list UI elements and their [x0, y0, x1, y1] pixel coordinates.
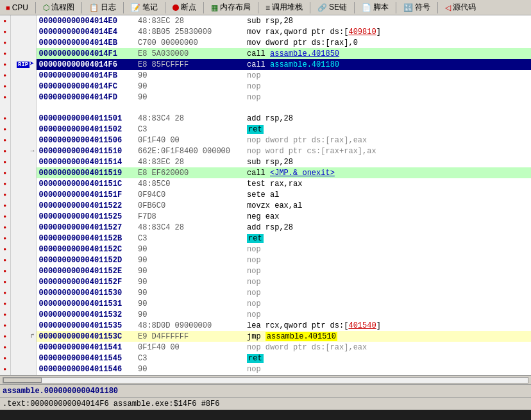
- row-indicator: ●: [0, 59, 10, 70]
- table-row[interactable]: ●00000000000401152D90nop: [0, 255, 531, 265]
- row-indicator: ●: [0, 200, 10, 211]
- toolbar-memory[interactable]: ▦ 内存布局: [206, 1, 255, 14]
- table-row[interactable]: ●0000000000040115410F1F40 00nop dword pt…: [0, 342, 531, 353]
- memory-icon: ▦: [211, 3, 218, 12]
- table-row[interactable]: ●0000000000040115060F1F40 00nop dword pt…: [0, 135, 531, 146]
- row-bytes: 90: [135, 81, 244, 92]
- table-row[interactable]: [0, 103, 531, 113]
- table-row[interactable]: ●RIP➤000000000004014F6E8 85FCFFFFcall as…: [0, 59, 531, 70]
- hscroll-track[interactable]: [3, 377, 528, 383]
- row-indicator: ●: [0, 92, 10, 103]
- table-row[interactable]: ●000000000004014E448:8B05 25830000mov ra…: [0, 26, 531, 37]
- table-row[interactable]: ●000000000004011519E8 EF620000call <JMP.…: [0, 167, 531, 178]
- table-row[interactable]: ●000000000004014FD90nop: [0, 92, 531, 103]
- table-row[interactable]: ●00000000000401151448:83EC 28sub rsp,28: [0, 156, 531, 167]
- row-arrow: [10, 211, 36, 222]
- toolbar-se-label: SE链: [329, 2, 347, 13]
- table-row[interactable]: ●00000000000401152F90nop: [0, 276, 531, 287]
- table-row[interactable]: ●↱00000000000401153CE9 D4FFFFFFjmp assam…: [0, 331, 531, 342]
- table-row[interactable]: ●000000000004014EBC700 00000000mov dword…: [0, 37, 531, 48]
- table-row[interactable]: ●000000000004014F1E8 5A030000call assamb…: [0, 48, 531, 59]
- table-row[interactable]: ●00000000000401153290nop: [0, 309, 531, 320]
- row-bytes: 48:83EC 28: [135, 15, 244, 26]
- toolbar-breakpoint[interactable]: 断点: [168, 1, 201, 14]
- row-instruction: ret: [244, 353, 531, 364]
- row-instruction: sub rsp,28: [244, 156, 531, 167]
- log-icon: 📋: [89, 3, 99, 12]
- row-instruction: call <JMP.&_onexit>: [244, 167, 531, 178]
- table-row[interactable]: ●0000000000040115220FB6C0movzx eax,al: [0, 200, 531, 211]
- row-instruction: nop: [244, 298, 531, 309]
- row-bytes: [135, 103, 244, 113]
- row-indicator: ●: [0, 309, 10, 320]
- row-arrow: [10, 103, 36, 113]
- row-instruction: ret: [244, 124, 531, 135]
- script-icon: 📄: [362, 3, 371, 12]
- row-bytes: E8 85FCFFFF: [135, 59, 244, 70]
- horizontal-scrollbar[interactable]: [0, 375, 531, 384]
- toolbar-se[interactable]: 🔗 SE链: [313, 1, 351, 14]
- row-address: 000000000004014F6: [36, 59, 135, 70]
- table-row[interactable]: ●000000000004011502C3ret: [0, 124, 531, 135]
- table-row[interactable]: ●00000000000401154790nop: [0, 374, 531, 375]
- hscroll-thumb[interactable]: [3, 378, 42, 383]
- row-indicator: ●: [0, 124, 10, 135]
- table-row[interactable]: ●00000000000401150148:83C4 28add rsp,28: [0, 113, 531, 124]
- separator-2: [81, 2, 82, 13]
- toolbar-source[interactable]: ◁ 源代码: [441, 1, 480, 14]
- row-bytes: 48:8D0D 09000000: [135, 320, 244, 331]
- table-row[interactable]: ●00000000000401152E90nop: [0, 265, 531, 276]
- symbol-icon: 🔣: [403, 3, 413, 12]
- row-arrow: [10, 287, 36, 298]
- table-row[interactable]: ●000000000004011545C3ret: [0, 353, 531, 364]
- row-instruction: neg eax: [244, 211, 531, 222]
- row-address: 000000000004011525: [36, 211, 135, 222]
- table-row[interactable]: ●00000000000401154690nop: [0, 364, 531, 374]
- toolbar-cpu[interactable]: ■ CPU: [1, 1, 33, 14]
- row-bytes: C3: [135, 233, 244, 244]
- table-row[interactable]: ●00000000000401153090nop: [0, 287, 531, 298]
- table-row[interactable]: ●00000000000401151C48:85C0test rax,rax: [0, 178, 531, 189]
- table-row[interactable]: ●000000000004014E048:83EC 28sub rsp,28: [0, 15, 531, 26]
- disasm-container[interactable]: ●000000000004014E048:83EC 28sub rsp,28●0…: [0, 15, 531, 375]
- table-row[interactable]: ●00000000000401152BC3ret: [0, 233, 531, 244]
- row-bytes: 48:83C4 28: [135, 113, 244, 124]
- table-row[interactable]: ●→000000000004011510662E:0F1F8400 000000…: [0, 146, 531, 156]
- status-line1: assamble.0000000000401180: [3, 387, 118, 396]
- table-row[interactable]: ●00000000000401151F0F94C0sete al: [0, 189, 531, 200]
- row-indicator: ●: [0, 211, 10, 222]
- row-indicator: ●: [0, 276, 10, 287]
- row-address: 000000000004014FD: [36, 92, 135, 103]
- table-row[interactable]: ●00000000000401153548:8D0D 09000000lea r…: [0, 320, 531, 331]
- toolbar-script[interactable]: 📄 脚本: [357, 1, 393, 14]
- status-bar-1: assamble.0000000000401180: [0, 384, 531, 397]
- row-arrow: [10, 222, 36, 233]
- row-bytes: 48:83C4 28: [135, 222, 244, 233]
- toolbar-log[interactable]: 📋 日志: [85, 1, 121, 14]
- toolbar-source-label: 源代码: [453, 2, 476, 13]
- row-address: 000000000004014FC: [36, 81, 135, 92]
- table-row[interactable]: ●00000000000401152C90nop: [0, 244, 531, 255]
- row-arrow: [10, 320, 36, 331]
- row-bytes: 0FB6C0: [135, 200, 244, 211]
- row-arrow: [10, 124, 36, 135]
- row-address: 000000000004011535: [36, 320, 135, 331]
- row-address: 000000000004014E4: [36, 26, 135, 37]
- row-indicator: ●: [0, 331, 10, 342]
- row-arrow: [10, 81, 36, 92]
- table-row[interactable]: ●000000000004014FB90nop: [0, 70, 531, 81]
- table-row[interactable]: ●000000000004011525F7D8neg eax: [0, 211, 531, 222]
- row-arrow: [10, 309, 36, 320]
- table-row[interactable]: ●000000000004014FC90nop: [0, 81, 531, 92]
- table-row[interactable]: ●00000000000401152748:83C4 28add rsp,28: [0, 222, 531, 233]
- table-row[interactable]: ●00000000000401153190nop: [0, 298, 531, 309]
- row-bytes: 90: [135, 287, 244, 298]
- toolbar-callstack[interactable]: ≡ 调用堆栈: [261, 1, 307, 14]
- toolbar-symbol[interactable]: 🔣 符号: [399, 1, 435, 14]
- row-address: 000000000004011545: [36, 353, 135, 364]
- row-indicator: ●: [0, 15, 10, 26]
- toolbar-flow[interactable]: ⬡ 流程图: [38, 1, 79, 14]
- toolbar-note[interactable]: 📝 笔记: [126, 1, 162, 14]
- row-address: 000000000004014FB: [36, 70, 135, 81]
- row-instruction: movzx eax,al: [244, 200, 531, 211]
